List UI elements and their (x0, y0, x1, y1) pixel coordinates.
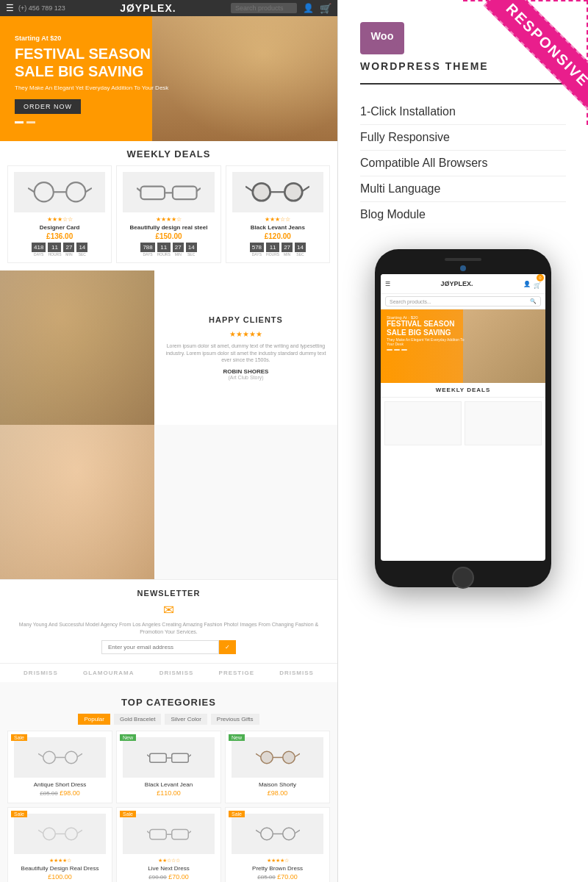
svg-line-44 (295, 830, 300, 833)
newsletter-text: Many Young And Successful Model Agency F… (15, 621, 323, 636)
sec-2: 14 (186, 243, 197, 252)
days-2: 788 (140, 243, 154, 252)
testimonial-author-title: (Art Club Story) (165, 375, 326, 380)
deal-img-1 (14, 172, 105, 212)
deal-card-2[interactable]: ★★★★☆ Beautifully design real steel £150… (116, 165, 220, 263)
product-card-3[interactable]: New Maison Shorty £98.00 (225, 731, 330, 803)
svg-line-14 (303, 187, 310, 192)
deal-price-3: £120.00 (232, 232, 323, 240)
mail-icon: ✉ (15, 602, 323, 618)
middle-section: HAPPY CLIENTS ★★★★★ Lorem ipsum dolor si… (0, 270, 337, 425)
brands-row: DRISMISS GLAMOURAMA DRISMISS PRESTIGE DR… (0, 663, 337, 682)
brand-logo-5: DRISMISS (279, 670, 314, 676)
newsletter-submit-button[interactable]: ✓ (219, 640, 236, 654)
deal-name-1: Designer Card (14, 224, 105, 231)
product-new-price-4: £100.00 (48, 873, 72, 881)
svg-rect-6 (173, 187, 197, 199)
product-name-2: Black Levant Jean (123, 781, 215, 788)
product-img-1 (14, 737, 106, 778)
hours-3: 11 (266, 243, 279, 252)
phone-camera (460, 265, 466, 271)
svg-line-43 (256, 830, 261, 833)
phone-dot-2 (394, 349, 400, 351)
newsletter-email-input[interactable] (101, 640, 219, 654)
cart-icon[interactable]: 🛒 (320, 3, 331, 14)
hero-dots (15, 121, 171, 123)
deal-rating-2: ★★★★☆ (123, 216, 214, 223)
product-old-price-5: £90.00 (148, 874, 166, 881)
product-card-2[interactable]: New Black Levant Jean £110.00 (116, 731, 221, 803)
svg-rect-35 (149, 829, 166, 839)
svg-point-10 (253, 184, 270, 201)
svg-point-0 (34, 182, 53, 201)
hero-subtitle: They Make An Elegant Yet Everyday Additi… (15, 85, 171, 91)
product-img-3 (232, 737, 323, 778)
product-badge-6: Sale (229, 811, 245, 817)
svg-line-34 (77, 830, 82, 833)
tab-previous-gifts[interactable]: Previous Gifts (211, 714, 259, 725)
phone-deals-row (381, 398, 545, 449)
woo-icon: Woo (360, 22, 404, 54)
deal-name-3: Black Levant Jeans (232, 224, 323, 231)
product-rating-5: ★★☆☆☆ (123, 858, 215, 864)
product-badge-2: New (120, 734, 136, 741)
tab-popular[interactable]: Popular (78, 714, 110, 725)
svg-point-41 (282, 828, 295, 840)
testimonial-title: HAPPY CLIENTS (165, 315, 326, 324)
user-icon[interactable]: 👤 (303, 3, 314, 13)
product-new-price-1: £98.00 (60, 789, 80, 797)
days-3: 578 (250, 243, 264, 252)
min-1: 27 (63, 243, 74, 252)
testimonial-stars: ★★★★★ (165, 330, 326, 338)
product-name-4: Beautifully Design Real Dress (14, 865, 106, 872)
phone-speaker (445, 258, 481, 261)
tab-gold-bracelet[interactable]: Gold Bracelet (114, 714, 161, 725)
categories-section: TOP CATEGORIES Popular Gold Bracelet Sil… (0, 682, 337, 882)
portrait-overlay (0, 270, 154, 425)
product-img-5 (123, 814, 215, 854)
phone-dot-3 (401, 349, 407, 351)
product-name-6: Pretty Brown Dress (232, 865, 323, 872)
svg-rect-36 (171, 829, 188, 839)
deal-card-1[interactable]: ★★★☆☆ Designer Card £136.00 418DAYS 11HO… (7, 165, 112, 263)
feature-3: Compatible All Browsers (360, 151, 566, 176)
product-price-2: £110.00 (123, 789, 215, 797)
testimonial-text: Lorem ipsum dolor sit amet, dummy text o… (165, 343, 326, 364)
product-new-price-2: £110.00 (157, 789, 181, 797)
hero-cta-button[interactable]: ORDER NOW (15, 99, 81, 114)
deal-timer-1: 418DAYS 11HOURS 27MIN 14SEC (14, 243, 105, 257)
product-old-price-6: £85.00 (257, 874, 275, 881)
product-name-3: Maison Shorty (232, 781, 323, 788)
feature-4: Multi Language (360, 176, 566, 202)
photo-filler (154, 425, 337, 579)
product-card-4[interactable]: Sale ★★★★☆ Beautifully Design Real Dress… (7, 807, 112, 882)
hero-title: FESTIVAL SEASON SALE BIG SAVING (15, 45, 171, 80)
deal-card-3[interactable]: ★★★☆☆ Black Levant Jeans £120.00 578DAYS… (226, 165, 330, 263)
deal-rating-3: ★★★☆☆ (232, 216, 323, 223)
phone-deal-2 (465, 401, 542, 445)
deal-price-2: £150.00 (123, 232, 214, 240)
svg-line-3 (28, 188, 35, 192)
hamburger-icon[interactable]: ☰ (6, 3, 14, 13)
product-img-2 (123, 737, 215, 778)
svg-line-29 (295, 753, 300, 757)
product-price-3: £98.00 (232, 789, 323, 797)
phone-hero: Starting At : $20 FESTIVAL SEASON SALE B… (381, 309, 545, 383)
product-card-6[interactable]: Sale ★★★★☆ Pretty Brown Dress £85.00 £70… (225, 807, 330, 882)
deal-name-2: Beautifully design real steel (123, 224, 214, 231)
search-input-top[interactable] (231, 3, 297, 13)
phone-search-inner: Search products... 🔍 (385, 296, 541, 306)
sec-1: 14 (76, 243, 87, 252)
product-card-1[interactable]: Sale Antique Short Dress £85.00 £98.00 (7, 731, 112, 803)
deal-timer-3: 578DAYS 11HOURS 27MIN 14SEC (232, 243, 323, 257)
svg-point-15 (43, 751, 55, 764)
tab-silver-color[interactable]: Silver Color (165, 714, 207, 725)
svg-point-16 (65, 751, 77, 764)
product-price-4: £100.00 (14, 873, 106, 881)
svg-point-11 (285, 184, 303, 201)
deal-img-2 (123, 172, 214, 212)
product-card-5[interactable]: Sale ★★☆☆☆ Live Next Dress £90.00 £70.00 (116, 807, 221, 882)
min-2: 27 (173, 243, 184, 252)
svg-line-4 (85, 188, 92, 192)
phone-topbar: ☰ JØYPLEX. 👤 🛒 0 (381, 274, 545, 294)
